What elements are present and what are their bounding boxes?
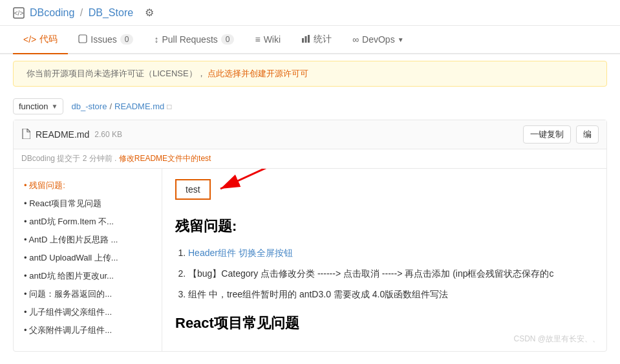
tab-wiki[interactable]: ≡ Wiki	[244, 27, 291, 54]
file-actions: 一键复制 编	[523, 125, 599, 144]
toc-sidebar: 残留问题: React项目常见问题 antD坑 Form.Item 不... A…	[14, 169, 162, 351]
toc-item-1[interactable]: React项目常见问题	[14, 195, 162, 213]
repo-header: </> DBcoding / DB_Store ⚙	[0, 0, 620, 26]
license-notice: 你当前开源项目尚未选择许可证（LICENSE）， 点此选择并创建开源许可可	[13, 61, 607, 87]
tab-pr-label: Pull Requests	[162, 34, 217, 45]
svg-text:</>: </>	[14, 10, 24, 17]
content-list: Header组件 切换全屏按钮 【bug】Category 点击修改分类 ---…	[175, 244, 593, 303]
devops-tab-icon: ∞	[352, 34, 359, 45]
file-size: 2.60 KB	[94, 130, 122, 139]
file-name: README.md	[36, 129, 89, 140]
pr-badge: 0	[221, 34, 235, 45]
commit-info: DBcoding 提交于 2 分钟前 . 修改README文件中的test	[14, 149, 606, 169]
tab-code[interactable]: </> 代码	[13, 26, 68, 54]
code-tab-icon: </>	[23, 34, 36, 45]
pr-tab-icon: ↕	[154, 34, 158, 45]
toc-item-5[interactable]: antD坑 给图片更改ur...	[14, 267, 162, 285]
repo-icon: </>	[13, 7, 25, 19]
tab-code-label: 代码	[39, 34, 58, 45]
tab-issues-label: Issues	[91, 34, 116, 45]
tab-wiki-label: Wiki	[264, 34, 281, 45]
repo-title: DBcoding / DB_Store	[30, 7, 133, 19]
license-notice-text: 你当前开源项目尚未选择许可证（LICENSE），	[27, 69, 206, 78]
commit-time: 提交于 2 分钟前	[57, 154, 112, 163]
repo-tabs: </> 代码 Issues 0 ↕ Pull Requests 0 ≡ Wiki…	[0, 26, 620, 54]
svg-rect-2	[79, 35, 87, 43]
breadcrumb-path: db_-store / README.md □	[71, 102, 171, 111]
next-content-heading: React项目常见问题	[175, 314, 593, 333]
tab-stats-label: 统计	[314, 34, 332, 45]
breadcrumb-file-link[interactable]: README.md	[114, 102, 164, 111]
stats-tab-icon	[301, 34, 310, 45]
list-item-1: 【bug】Category 点击修改分类 ------> 点击取消 ----->…	[188, 264, 593, 283]
branch-caret-icon: ▼	[52, 103, 58, 110]
content-heading: 残留问题:	[175, 217, 593, 236]
commit-author: DBcoding	[21, 154, 55, 163]
watermark: CSDN @故里有长安、、	[513, 334, 600, 345]
repo-name-link[interactable]: DB_Store	[89, 7, 133, 18]
tab-issues[interactable]: Issues 0	[68, 27, 144, 54]
toc-item-0[interactable]: 残留问题:	[14, 177, 162, 195]
svg-rect-4	[305, 36, 307, 43]
commit-message-link[interactable]: 修改README文件中的test	[119, 154, 211, 163]
file-type-icon	[21, 129, 30, 141]
test-box: test	[175, 179, 211, 200]
toc-item-2[interactable]: antD坑 Form.Item 不...	[14, 213, 162, 231]
settings-icon[interactable]: ⚙	[145, 6, 154, 19]
repo-owner-link[interactable]: DBcoding	[30, 7, 74, 18]
issues-tab-icon	[78, 34, 87, 45]
list-item-1-text: 【bug】Category 点击修改分类 ------> 点击取消 ----->…	[188, 268, 553, 279]
file-container: README.md 2.60 KB 一键复制 编 DBcoding 提交于 2 …	[13, 120, 607, 352]
main-content: test 残留问题: Header组	[162, 169, 606, 351]
branch-selector[interactable]: function ▼	[13, 98, 63, 114]
wiki-tab-icon: ≡	[255, 34, 260, 45]
issues-badge: 0	[120, 34, 134, 45]
svg-rect-3	[302, 38, 304, 43]
breadcrumb-path-link[interactable]: db_-store	[71, 102, 107, 111]
svg-rect-5	[308, 35, 310, 43]
tab-devops-label: DevOps	[362, 34, 395, 45]
toc-item-3[interactable]: AntD 上传图片反思路 ...	[14, 231, 162, 249]
devops-dropdown-icon: ▼	[398, 36, 404, 43]
commit-separator: .	[114, 154, 116, 163]
tab-pullrequests[interactable]: ↕ Pull Requests 0	[144, 27, 244, 54]
list-item-0: Header组件 切换全屏按钮	[188, 244, 593, 262]
file-header: README.md 2.60 KB 一键复制 编	[14, 120, 606, 149]
tab-devops[interactable]: ∞ DevOps ▼	[342, 27, 414, 54]
file-content: 残留问题: React项目常见问题 antD坑 Form.Item 不... A…	[14, 169, 606, 351]
toc-item-7[interactable]: 儿子组件调父亲组件...	[14, 303, 162, 321]
copy-button[interactable]: 一键复制	[523, 125, 571, 144]
edit-button[interactable]: 编	[576, 125, 599, 144]
arrow-annotation	[169, 169, 492, 218]
license-create-link[interactable]: 点此选择并创建开源许可可	[208, 69, 308, 78]
file-name-area: README.md 2.60 KB	[21, 129, 122, 141]
list-item-2: 组件 中，tree组件暂时用的 antD3.0 需要改成 4.0版函数组件写法	[188, 285, 593, 303]
toc-item-8[interactable]: 父亲附件调儿子组件...	[14, 321, 162, 339]
tab-stats[interactable]: 统计	[291, 26, 342, 54]
toc-item-6[interactable]: 问题：服务器返回的...	[14, 285, 162, 303]
list-item-2-text: 组件 中，tree组件暂时用的 antD3.0 需要改成 4.0版函数组件写法	[188, 289, 448, 299]
toc-item-4[interactable]: antD UploadWall 上传...	[14, 249, 162, 267]
branch-name: function	[19, 102, 48, 111]
list-item-0-link[interactable]: Header组件 切换全屏按钮	[188, 248, 293, 258]
breadcrumb-area: function ▼ db_-store / README.md □	[0, 93, 620, 120]
copy-path-icon[interactable]: □	[167, 102, 171, 111]
